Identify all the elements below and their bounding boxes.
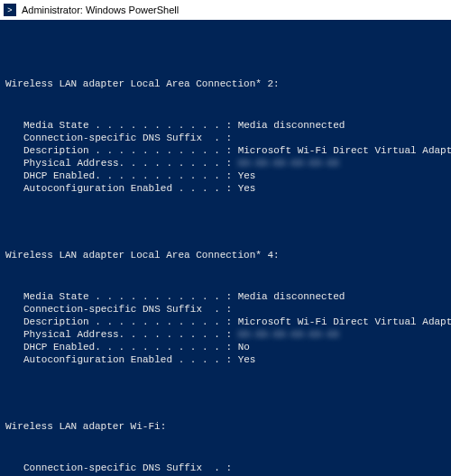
output-row: DHCP Enabled. . . . . . . . . . . : No [23,341,451,353]
output-row: Physical Address. . . . . . . . . : XX-X… [23,157,451,169]
output-row: Media State . . . . . . . . . . . : Medi… [23,119,451,132]
adapter-header: Wireless LAN adapter Wi-Fi: [5,420,451,433]
field-label: Connection-specific DNS Suffix . : [23,462,232,474]
adapter-block: Media State . . . . . . . . . . . : Medi… [23,290,451,366]
adapter-block: Media State . . . . . . . . . . . : Medi… [23,119,451,195]
field-label: Physical Address. . . . . . . . . : [23,157,238,169]
titlebar[interactable]: > Administrator: Windows PowerShell [0,0,451,20]
field-value: Yes [238,182,256,195]
field-label: Description . . . . . . . . . . . : [23,144,238,157]
powershell-icon: > [4,4,16,16]
field-label: Connection-specific DNS Suffix . : [23,303,232,316]
output-row: Connection-specific DNS Suffix . : [23,462,451,474]
output-row: Physical Address. . . . . . . . . : XX-X… [23,328,451,341]
output-row: Connection-specific DNS Suffix . : [23,132,451,144]
output-row: Autoconfiguration Enabled . . . . : Yes [23,353,451,366]
field-label: Physical Address. . . . . . . . . : [23,328,238,341]
terminal-output[interactable]: Wireless LAN adapter Local Area Connecti… [0,20,451,476]
adapter-block: Connection-specific DNS Suffix . :Descri… [23,462,451,476]
field-label: Autoconfiguration Enabled . . . . : [23,353,238,366]
field-value: Yes [238,353,256,366]
output-row: Description . . . . . . . . . . . : Micr… [23,144,451,157]
field-label: Description . . . . . . . . . . . : [23,316,238,328]
field-value: Microsoft Wi-Fi Direct Virtual Adapter [238,144,451,157]
window-title: Administrator: Windows PowerShell [22,4,179,16]
field-label: DHCP Enabled. . . . . . . . . . . : [23,169,238,182]
field-value: Media disconnected [238,119,345,132]
output-row: Connection-specific DNS Suffix . : [23,303,451,316]
field-value: No [238,341,250,353]
adapter-header: Wireless LAN adapter Local Area Connecti… [5,249,451,261]
field-label: Connection-specific DNS Suffix . : [23,132,232,144]
field-label: DHCP Enabled. . . . . . . . . . . : [23,341,238,353]
output-row: Autoconfiguration Enabled . . . . : Yes [23,182,451,195]
field-value: Microsoft Wi-Fi Direct Virtual Adapter #… [238,316,451,328]
powershell-window: > Administrator: Windows PowerShell Wire… [0,0,451,476]
output-row: Media State . . . . . . . . . . . : Medi… [23,290,451,303]
field-value: Yes [238,169,256,182]
field-value: XX-XX-XX-XX-XX-XX [238,328,339,341]
field-value: Media disconnected [238,290,345,303]
output-row: Description . . . . . . . . . . . : Micr… [23,316,451,328]
output-row: DHCP Enabled. . . . . . . . . . . : Yes [23,169,451,182]
field-value: XX-XX-XX-XX-XX-XX [238,157,339,169]
field-label: Media State . . . . . . . . . . . : [23,290,238,303]
adapter-header: Wireless LAN adapter Local Area Connecti… [5,78,451,90]
field-label: Media State . . . . . . . . . . . : [23,119,238,132]
field-label: Autoconfiguration Enabled . . . . : [23,182,238,195]
